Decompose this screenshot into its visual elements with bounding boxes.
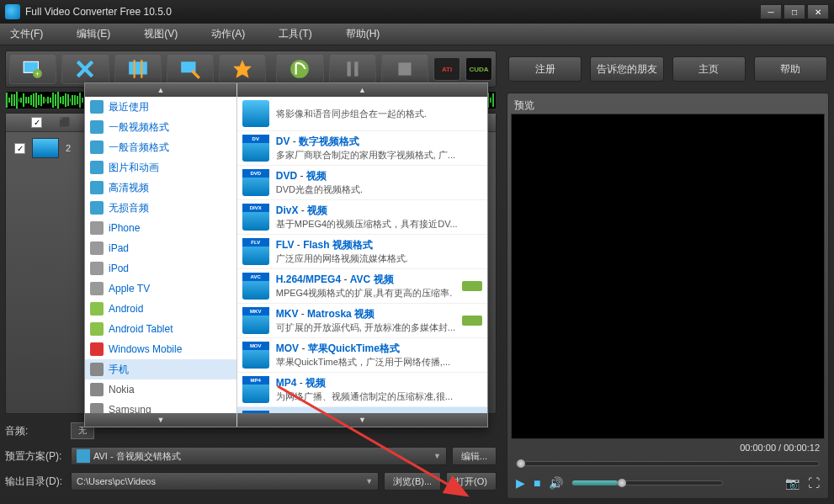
format-desc: 将影像和语音同步组合在一起的格式. — [276, 108, 482, 120]
preview-video[interactable] — [511, 114, 825, 439]
svg-rect-6 — [347, 61, 350, 76]
maximize-button[interactable]: □ — [784, 4, 805, 19]
preview-label: 预览 — [511, 97, 825, 114]
format-item[interactable]: 将影像和语音同步组合在一起的格式. — [237, 97, 487, 131]
remove-button[interactable] — [61, 54, 109, 84]
avi-icon — [77, 449, 90, 463]
pause-button[interactable] — [329, 54, 376, 84]
category-item[interactable]: 一般视频格式 — [85, 117, 236, 137]
file-checkbox[interactable]: ✓ — [14, 143, 25, 154]
menu-tools[interactable]: 工具(T) — [279, 27, 311, 41]
format-item[interactable]: DVDDVD - 视频DVD光盘的视频格式. — [237, 166, 487, 200]
help-button[interactable]: 帮助 — [754, 56, 827, 82]
menu-file[interactable]: 文件(F) — [10, 27, 43, 41]
category-icon — [90, 363, 104, 376]
category-icon — [90, 282, 104, 295]
format-icon: FLV — [242, 238, 269, 265]
menu-edit[interactable]: 编辑(E) — [77, 27, 110, 41]
scroll-up-button[interactable]: ▲ — [85, 83, 236, 97]
category-item[interactable]: Windows Mobile — [85, 339, 236, 359]
volume-icon[interactable]: 🔊 — [549, 476, 563, 490]
titlebar: Full Video Converter Free 10.5.0 ─ □ ✕ — [0, 0, 834, 24]
format-desc: 基于MPEG4的视频压缩格式，具有接近DV... — [276, 218, 482, 231]
volume-slider[interactable] — [571, 480, 723, 485]
minimize-button[interactable]: ─ — [760, 4, 782, 19]
format-icon: MKV — [242, 307, 269, 334]
format-desc: 广泛应用的网络视频流媒体格式. — [276, 252, 482, 265]
format-list: 将影像和语音同步组合在一起的格式.DVDV - 数字视频格式多家厂商联合制定的家… — [237, 97, 487, 413]
register-button[interactable]: 注册 — [508, 56, 582, 82]
preset-edit-button[interactable]: 编辑... — [452, 447, 497, 465]
scroll-down-button[interactable]: ▼ — [85, 413, 236, 427]
category-label: Apple TV — [109, 283, 150, 294]
category-label: 一般视频格式 — [109, 120, 169, 135]
category-item[interactable]: Android — [85, 299, 236, 319]
scroll-down-button[interactable]: ▼ — [237, 413, 487, 427]
scroll-up-button[interactable]: ▲ — [237, 83, 487, 97]
chevron-down-icon: ▼ — [433, 452, 441, 460]
clip-button[interactable] — [114, 54, 162, 84]
fullscreen-button[interactable]: ⛶ — [808, 476, 820, 490]
effects-button[interactable] — [219, 54, 266, 84]
format-desc: 可扩展的开放源代码, 开放标准的多媒体封... — [276, 321, 455, 334]
preview-panel: 预览 00:00:00 / 00:00:12 ▶ ■ 🔊 📷 ⛶ — [507, 93, 829, 499]
category-label: iPod — [109, 263, 129, 274]
category-list: 最近使用一般视频格式一般音频格式图片和动画高清视频无损音频iPhoneiPadi… — [85, 97, 236, 413]
open-button[interactable]: 打开(O) — [446, 472, 497, 491]
preset-value: AVI - 音视频交错格式 — [93, 450, 181, 463]
tell-friends-button[interactable]: 告诉您的朋友 — [590, 56, 663, 82]
category-label: 一般音频格式 — [109, 141, 169, 155]
format-item[interactable]: MOVMOV - 苹果QuickTime格式苹果QuickTime格式，广泛用于… — [237, 338, 487, 373]
app-title: Full Video Converter Free 10.5.0 — [25, 6, 760, 18]
category-label: 无损音频 — [109, 201, 149, 215]
svg-rect-3 — [129, 61, 147, 74]
output-label: 输出目录(D): — [5, 475, 66, 489]
format-item[interactable]: MPEG1MPEG-1 - 视频 — [237, 407, 487, 413]
category-item[interactable]: 图片和动画 — [85, 157, 236, 178]
seek-slider[interactable] — [516, 461, 820, 466]
category-item[interactable]: Samsung — [85, 400, 236, 413]
format-item[interactable]: DIVXDivX - 视频基于MPEG4的视频压缩格式，具有接近DV... — [237, 200, 487, 235]
category-item[interactable]: 最近使用 — [85, 97, 236, 117]
category-item[interactable]: iPad — [85, 238, 236, 258]
category-item[interactable]: iPhone — [85, 218, 236, 238]
snapshot-button[interactable]: 📷 — [785, 476, 799, 490]
homepage-button[interactable]: 主页 — [672, 56, 746, 82]
format-item[interactable]: AVCH.264/MPEG4 - AVC 视频MPEG4视频格式的扩展,具有更高… — [237, 269, 487, 304]
format-item[interactable]: MKVMKV - Matroska 视频可扩展的开放源代码, 开放标准的多媒体封… — [237, 304, 487, 338]
svg-rect-8 — [398, 62, 411, 75]
category-item[interactable]: iPod — [85, 258, 236, 279]
format-icon: MPEG1 — [242, 411, 269, 413]
category-icon — [90, 141, 104, 154]
format-title: MP4 - 视频 — [276, 376, 482, 390]
menu-view[interactable]: 视图(V) — [144, 27, 178, 41]
play-button[interactable]: ▶ — [516, 476, 525, 490]
category-label: 图片和动画 — [109, 161, 159, 175]
menubar: 文件(F) 编辑(E) 视图(V) 动作(A) 工具(T) 帮助(H) — [0, 24, 834, 45]
edit-button[interactable] — [167, 54, 214, 84]
output-path-field[interactable]: C:\Users\pc\Videos ▼ — [71, 472, 379, 491]
category-item[interactable]: 手机 — [85, 359, 236, 379]
category-item[interactable]: Apple TV — [85, 279, 236, 299]
format-item[interactable]: FLVFLV - Flash 视频格式广泛应用的网络视频流媒体格式. — [237, 235, 487, 269]
category-item[interactable]: Android Tablet — [85, 319, 236, 339]
stop-button[interactable] — [381, 54, 428, 84]
preset-dropdown[interactable]: AVI - 音视频交错格式 ▼ — [71, 447, 447, 465]
category-icon — [90, 201, 104, 215]
category-item[interactable]: Nokia — [85, 379, 236, 400]
convert-button[interactable] — [276, 54, 323, 84]
category-icon — [90, 322, 104, 336]
menu-action[interactable]: 动作(A) — [211, 27, 245, 41]
format-item[interactable]: MP4MP4 - 视频为网络广播、视频通信制定的压缩标准,很... — [237, 373, 487, 407]
category-item[interactable]: 高清视频 — [85, 178, 236, 198]
category-item[interactable]: 无损音频 — [85, 198, 236, 218]
file-index: 2 — [66, 143, 71, 153]
category-item[interactable]: 一般音频格式 — [85, 137, 236, 157]
close-button[interactable]: ✕ — [807, 4, 829, 19]
select-all-checkbox[interactable]: ✓ — [31, 117, 42, 128]
menu-help[interactable]: 帮助(H) — [346, 27, 380, 41]
add-file-button[interactable]: + — [9, 54, 56, 84]
browse-button[interactable]: 浏览(B)... — [384, 472, 441, 491]
format-item[interactable]: DVDV - 数字视频格式多家厂商联合制定的家用数字视频格式, 广... — [237, 131, 487, 166]
stop-playback-button[interactable]: ■ — [534, 476, 540, 490]
